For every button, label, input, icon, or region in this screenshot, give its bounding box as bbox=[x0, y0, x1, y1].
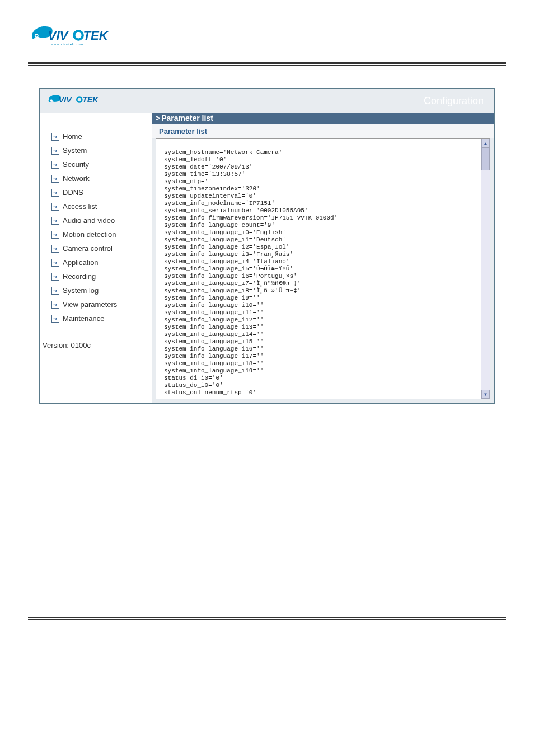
sidebar-item-application[interactable]: ➔ Application bbox=[51, 255, 147, 269]
svg-point-6 bbox=[50, 99, 53, 101]
arrow-right-icon: ➔ bbox=[51, 231, 59, 239]
sidebar-item-label: View parameters bbox=[63, 300, 117, 309]
sidebar-item-label: Access list bbox=[63, 202, 97, 211]
parameter-text: system_hostname='Network Camera' system_… bbox=[156, 139, 481, 399]
arrow-right-icon: ➔ bbox=[51, 175, 59, 183]
sidebar-item-label: Application bbox=[63, 258, 99, 267]
arrow-right-icon: ➔ bbox=[51, 301, 59, 309]
sidebar-item-security[interactable]: ➔ Security bbox=[51, 157, 147, 171]
sidebar-item-label: Home bbox=[63, 132, 82, 141]
sidebar-item-system-log[interactable]: ➔ System log bbox=[51, 283, 147, 297]
vivotek-logo-large: VIV TEK www.vivotek.com bbox=[28, 22, 123, 51]
vivotek-logo-small: VIV TEK bbox=[46, 92, 119, 109]
arrow-right-icon: ➔ bbox=[51, 203, 59, 211]
content-area: Parameter list Parameter list system_hos… bbox=[152, 113, 494, 403]
sidebar-item-label: Camera control bbox=[63, 244, 113, 253]
sidebar-item-system[interactable]: ➔ System bbox=[51, 143, 147, 157]
scroll-down-button[interactable]: ▼ bbox=[481, 390, 490, 399]
sidebar-item-home[interactable]: ➔ Home bbox=[51, 129, 147, 143]
sidebar-item-label: Maintenance bbox=[63, 314, 104, 323]
sidebar-item-label: System bbox=[63, 146, 87, 155]
sidebar-item-access-list[interactable]: ➔ Access list bbox=[51, 199, 147, 213]
sidebar-item-recording[interactable]: ➔ Recording bbox=[51, 269, 147, 283]
arrow-right-icon: ➔ bbox=[51, 147, 59, 155]
sidebar-item-label: System log bbox=[63, 286, 99, 295]
sidebar: ➔ Home ➔ System ➔ Security ➔ Network ➔ bbox=[40, 113, 152, 403]
parameter-textarea[interactable]: system_hostname='Network Camera' system_… bbox=[156, 138, 490, 399]
sub-header: Parameter list bbox=[157, 125, 480, 138]
svg-text:VIV: VIV bbox=[59, 95, 72, 104]
sidebar-item-label: Network bbox=[63, 174, 90, 183]
arrow-right-icon: ➔ bbox=[51, 259, 59, 267]
section-header: Parameter list bbox=[152, 113, 494, 124]
svg-text:VIV: VIV bbox=[48, 29, 69, 43]
scroll-thumb[interactable] bbox=[481, 148, 490, 170]
arrow-right-icon: ➔ bbox=[51, 245, 59, 253]
svg-text:TEK: TEK bbox=[82, 95, 99, 104]
svg-point-3 bbox=[74, 31, 82, 39]
sidebar-item-audio-video[interactable]: ➔ Audio and video bbox=[51, 213, 147, 227]
arrow-right-icon: ➔ bbox=[51, 273, 59, 281]
sidebar-item-label: Recording bbox=[63, 272, 96, 281]
sidebar-item-camera-control[interactable]: ➔ Camera control bbox=[51, 241, 147, 255]
sidebar-item-label: DDNS bbox=[63, 188, 83, 197]
svg-point-1 bbox=[36, 35, 38, 36]
configuration-label: Configuration bbox=[419, 94, 488, 108]
top-rule bbox=[28, 62, 506, 66]
arrow-right-icon: ➔ bbox=[51, 133, 59, 141]
sidebar-item-label: Security bbox=[63, 160, 89, 169]
scrollbar[interactable]: ▲ ▼ bbox=[481, 139, 490, 399]
arrow-right-icon: ➔ bbox=[51, 315, 59, 323]
svg-point-8 bbox=[77, 97, 82, 102]
arrow-right-icon: ➔ bbox=[51, 217, 59, 225]
arrow-right-icon: ➔ bbox=[51, 161, 59, 169]
sidebar-item-ddns[interactable]: ➔ DDNS bbox=[51, 185, 147, 199]
sidebar-item-maintenance[interactable]: ➔ Maintenance bbox=[51, 311, 147, 325]
arrow-right-icon: ➔ bbox=[51, 189, 59, 197]
app-window: VIV TEK Configuration ➔ Home ➔ System ➔ bbox=[39, 88, 495, 404]
sidebar-item-label: Audio and video bbox=[63, 216, 115, 225]
arrow-right-icon: ➔ bbox=[51, 287, 59, 295]
sidebar-item-label: Motion detection bbox=[63, 230, 116, 239]
svg-text:www.vivotek.com: www.vivotek.com bbox=[50, 43, 83, 46]
svg-text:TEK: TEK bbox=[83, 29, 109, 43]
sidebar-item-motion-detection[interactable]: ➔ Motion detection bbox=[51, 227, 147, 241]
app-header: VIV TEK Configuration bbox=[40, 89, 494, 113]
sidebar-item-view-parameters[interactable]: ➔ View parameters bbox=[51, 297, 147, 311]
version-label: Version: 0100c bbox=[43, 341, 147, 349]
scroll-up-button[interactable]: ▲ bbox=[481, 139, 490, 148]
bottom-rule bbox=[28, 617, 506, 620]
sidebar-item-network[interactable]: ➔ Network bbox=[51, 171, 147, 185]
